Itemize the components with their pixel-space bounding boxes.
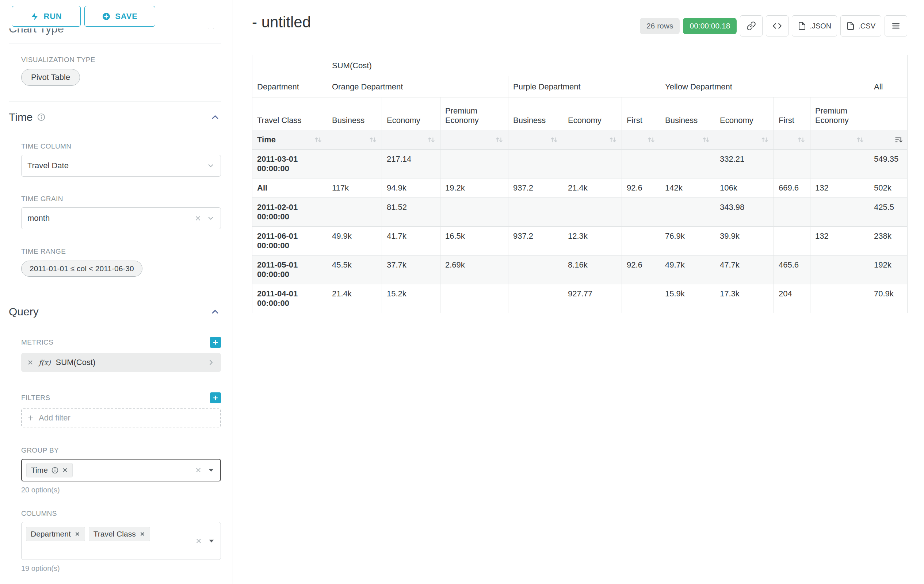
value-cell: 49.7k [660, 255, 715, 285]
sort-toggle-button[interactable] [810, 130, 869, 150]
sort-toggle-button[interactable] [563, 130, 622, 150]
value-cell [774, 198, 810, 227]
column-header: Economy [715, 97, 774, 130]
columns-tag[interactable]: Department [26, 527, 85, 541]
query-section-header[interactable]: Query [9, 306, 221, 318]
value-cell [810, 255, 869, 285]
group-by-select[interactable]: Time [21, 459, 221, 482]
sort-toggle-button[interactable] [622, 130, 660, 150]
collapse-icon[interactable] [210, 112, 220, 122]
columns-tag-label: Travel Class [94, 530, 136, 538]
download-json-button[interactable]: .JSON [792, 15, 837, 36]
clear-icon[interactable] [195, 537, 202, 545]
sort-arrows-icon [761, 136, 769, 144]
columns-tag[interactable]: Travel Class [89, 527, 150, 541]
sort-arrows-icon [427, 136, 436, 144]
column-header: Business [327, 97, 382, 130]
query-section-title: Query [9, 306, 39, 318]
sort-toggle-button[interactable] [508, 130, 563, 150]
row-label: All [252, 178, 327, 198]
chart-menu-button[interactable] [884, 15, 907, 36]
add-filter-button[interactable] [210, 392, 221, 403]
remove-metric-icon[interactable] [27, 359, 34, 366]
value-cell [508, 150, 563, 178]
visualization-type-label: VISUALIZATION TYPE [21, 56, 221, 64]
value-cell: 343.98 [715, 198, 774, 227]
embed-code-button[interactable] [766, 15, 789, 36]
value-cell: 217.14 [382, 150, 441, 178]
sort-toggle-button[interactable] [382, 130, 441, 150]
value-cell: 49.9k [327, 227, 382, 255]
value-cell: 332.21 [715, 150, 774, 178]
metric-item[interactable]: ƒ(x) SUM(Cost) [21, 353, 221, 372]
value-cell: 94.9k [382, 178, 441, 198]
plus-icon [212, 395, 219, 401]
copy-link-button[interactable] [740, 15, 762, 36]
remove-tag-icon[interactable] [74, 531, 80, 537]
value-cell: 41.7k [382, 227, 441, 255]
value-cell: 17.3k [715, 285, 774, 313]
chart-toolbar: 26 rows 00:00:00.18 .JSON .CSV [640, 15, 907, 36]
caret-down-icon[interactable] [208, 537, 216, 545]
value-cell: 92.6 [622, 178, 660, 198]
hamburger-icon [891, 21, 901, 31]
value-cell [774, 227, 810, 255]
column-header: Premium Economy [810, 97, 869, 130]
value-cell: 204 [774, 285, 810, 313]
sort-descending-button[interactable] [869, 130, 908, 150]
time-grain-value: month [27, 214, 50, 223]
pivot-corner-cell [252, 55, 327, 76]
save-button[interactable]: SAVE [84, 6, 155, 26]
metric-header: SUM(Cost) [327, 55, 908, 76]
value-cell [660, 198, 715, 227]
sort-arrows-icon [369, 136, 377, 144]
value-cell [563, 198, 622, 227]
time-column-select[interactable]: Travel Date [21, 155, 221, 177]
explore-page: RUN SAVE Chart Type VISUALIZATION TYPE P… [0, 0, 924, 584]
run-button-label: RUN [43, 12, 62, 21]
add-filter-dropzone[interactable]: Add filter [21, 408, 221, 428]
sort-toggle-button[interactable] [327, 130, 382, 150]
chevron-right-icon [207, 359, 215, 367]
time-section-header[interactable]: Time [9, 111, 221, 123]
pivot-table: SUM(Cost)DepartmentOrange DepartmentPurp… [252, 55, 908, 313]
remove-tag-icon[interactable] [62, 467, 68, 473]
control-panel: RUN SAVE Chart Type VISUALIZATION TYPE P… [0, 0, 233, 584]
chart-header: - untitled 26 rows 00:00:00.18 .JSON .CS… [252, 13, 907, 36]
time-range-pill[interactable]: 2011-01-01 ≤ col < 2011-06-30 [21, 261, 142, 277]
time-section-title: Time [9, 111, 33, 123]
remove-tag-icon[interactable] [140, 531, 145, 537]
group-by-tag[interactable]: Time [26, 463, 73, 477]
bolt-icon [30, 12, 39, 21]
sort-toggle-button[interactable] [441, 130, 508, 150]
info-icon [37, 113, 45, 121]
sort-arrows-icon [797, 136, 805, 144]
chart-title[interactable]: - untitled [252, 13, 311, 31]
value-cell: 15.2k [382, 285, 441, 313]
clear-icon[interactable] [195, 466, 202, 474]
value-cell: 2.69k [441, 255, 508, 285]
download-csv-button[interactable]: .CSV [840, 15, 881, 36]
sort-toggle-button[interactable] [774, 130, 810, 150]
value-cell: 70.9k [869, 285, 908, 313]
column-group-header: All [869, 76, 908, 97]
add-metric-button[interactable] [210, 337, 221, 348]
caret-down-icon[interactable] [207, 466, 215, 474]
file-icon [798, 21, 807, 30]
csv-button-label: .CSV [858, 22, 875, 30]
group-by-label: GROUP BY [21, 446, 221, 454]
collapse-icon[interactable] [210, 307, 220, 317]
sort-arrows-icon [647, 136, 655, 144]
sort-toggle-button[interactable] [715, 130, 774, 150]
run-button[interactable]: RUN [12, 6, 81, 26]
value-cell: 15.9k [660, 285, 715, 313]
pivot-row: 2011-02-01 00:00:0081.52343.98425.5 [252, 198, 908, 227]
time-grain-select[interactable]: month [21, 207, 221, 229]
viz-type-pill[interactable]: Pivot Table [21, 69, 80, 86]
columns-select[interactable]: Department Travel Class [21, 522, 221, 560]
clear-icon[interactable] [194, 215, 201, 222]
value-cell: 45.5k [327, 255, 382, 285]
row-label: 2011-03-01 00:00:00 [252, 150, 327, 178]
sort-toggle-button[interactable] [660, 130, 715, 150]
time-row-header[interactable]: Time [252, 130, 327, 150]
